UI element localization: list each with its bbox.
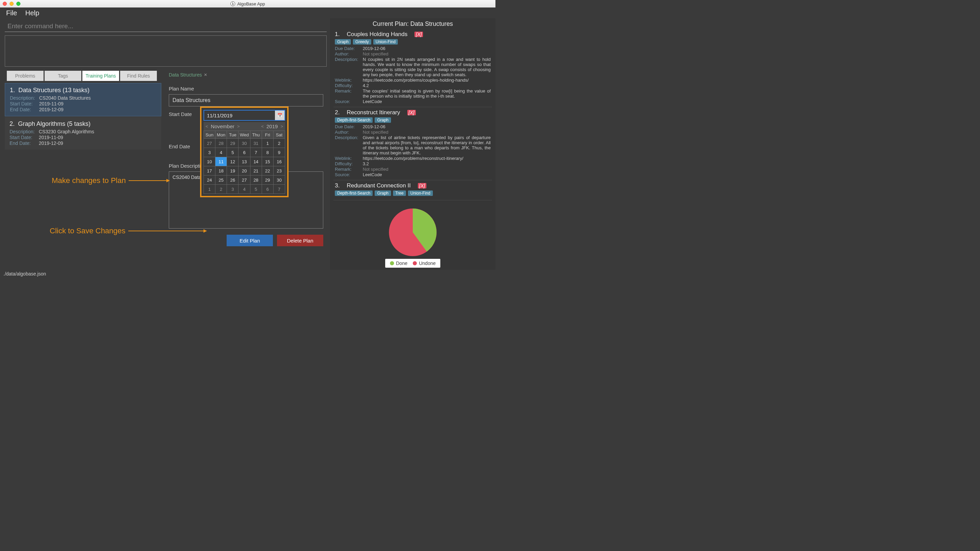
close-window-button[interactable] (3, 2, 7, 6)
close-icon[interactable]: ✕ (204, 73, 207, 77)
problem-item: 1. Couples Holding Hands [X]GraphGreedyU… (334, 29, 492, 107)
plan-list: 1. Data Structures (13 tasks) Descriptio… (5, 83, 161, 150)
calendar-day[interactable]: 20 (239, 166, 250, 175)
calendar-day[interactable]: 28 (250, 176, 262, 184)
plan-title-text: Graph Algorithms (5 tasks) (18, 121, 91, 127)
prev-year-button[interactable]: < (261, 124, 264, 129)
calendar-day[interactable]: 14 (250, 157, 262, 166)
calendar-day[interactable]: 3 (204, 148, 215, 157)
calendar-day[interactable]: 29 (262, 176, 273, 184)
problem-tag: Graph (335, 39, 351, 44)
calendar-day[interactable]: 29 (227, 139, 238, 148)
editor-tab-label: Data Structures (169, 72, 202, 78)
problem-title: Reconstruct Itinerary (347, 109, 400, 116)
calendar-day[interactable]: 19 (227, 166, 238, 175)
calendar-day[interactable]: 16 (274, 157, 285, 166)
datepicker-month: November (211, 124, 234, 129)
menubar: File Help (0, 8, 495, 18)
output-box (5, 35, 327, 67)
calendar-day[interactable]: 5 (250, 185, 262, 194)
calendar-day[interactable]: 27 (204, 139, 215, 148)
tab-tags[interactable]: Tags (45, 71, 81, 81)
tab-training-plans[interactable]: Training Plans (82, 71, 119, 81)
plan-name-input[interactable] (169, 94, 323, 106)
start-date-label: Start Date (169, 111, 200, 117)
dow-header: Wed (239, 131, 250, 138)
progress-chart: Done Undone (334, 208, 492, 268)
calendar-day[interactable]: 6 (262, 185, 273, 194)
calendar-day[interactable]: 4 (239, 185, 250, 194)
calendar-day[interactable]: 5 (227, 148, 238, 157)
calendar-day[interactable]: 12 (227, 157, 238, 166)
calendar-day[interactable]: 30 (239, 139, 250, 148)
dow-header: Tue (227, 131, 238, 138)
problem-status-badge: [X] (407, 110, 416, 115)
calendar-day[interactable]: 31 (250, 139, 262, 148)
next-month-button[interactable]: > (237, 124, 240, 129)
calendar-day[interactable]: 2 (274, 139, 285, 148)
problem-tag: Depth-first-Search (335, 118, 372, 123)
dow-header: Sat (274, 131, 285, 138)
minimize-window-button[interactable] (10, 2, 14, 6)
datepicker-year: 2019 (266, 124, 278, 129)
problem-number: 3. (335, 182, 340, 189)
app-icon: λ (231, 2, 235, 6)
command-input[interactable] (5, 21, 327, 32)
calendar-day[interactable]: 6 (239, 148, 250, 157)
date-input[interactable] (204, 111, 275, 120)
calendar-day[interactable]: 25 (215, 176, 227, 184)
calendar-day[interactable]: 30 (274, 176, 285, 184)
dow-header: Mon (215, 131, 227, 138)
delete-plan-button[interactable]: Delete Plan (277, 235, 323, 246)
plan-index: 2. (10, 121, 14, 127)
prev-month-button[interactable]: < (205, 124, 208, 129)
pie-chart (389, 208, 437, 256)
problem-item: 3. Redundant Connection II [X]Depth-firs… (334, 180, 492, 200)
legend-undone: Undone (419, 260, 436, 266)
calendar-grid: SunMonTueWedThuFriSat2728293031123456789… (204, 130, 285, 194)
menu-help[interactable]: Help (25, 9, 39, 17)
calendar-day[interactable]: 1 (262, 139, 273, 148)
menu-file[interactable]: File (6, 9, 17, 17)
calendar-day[interactable]: 3 (227, 185, 238, 194)
tab-strip: Problems Tags Training Plans Find Rules (5, 71, 161, 81)
calendar-day[interactable]: 10 (204, 157, 215, 166)
window-title-text: AlgoBase App (237, 2, 265, 6)
tab-find-rules[interactable]: Find Rules (120, 71, 157, 81)
status-bar: ./data/algobase.json (0, 270, 495, 279)
plan-item[interactable]: 1. Data Structures (13 tasks) Descriptio… (5, 83, 161, 116)
editor-tab[interactable]: Data Structures ✕ (169, 71, 207, 81)
tab-problems[interactable]: Problems (7, 71, 43, 81)
calendar-day[interactable]: 8 (262, 148, 273, 157)
calendar-day[interactable]: 9 (274, 148, 285, 157)
calendar-day[interactable]: 17 (204, 166, 215, 175)
calendar-day[interactable]: 24 (204, 176, 215, 184)
problem-tag: Union-Find (373, 39, 398, 44)
edit-plan-button[interactable]: Edit Plan (227, 235, 273, 246)
calendar-day[interactable]: 11 (215, 157, 227, 166)
calendar-day[interactable]: 7 (250, 148, 262, 157)
date-picker: 📅 < November > < 2019 > (200, 106, 288, 197)
calendar-day[interactable]: 21 (250, 166, 262, 175)
calendar-day[interactable]: 28 (215, 139, 227, 148)
calendar-icon[interactable]: 📅 (275, 111, 285, 120)
plan-item[interactable]: 2. Graph Algorithms (5 tasks) Descriptio… (5, 117, 161, 150)
calendar-day[interactable]: 23 (274, 166, 285, 175)
calendar-day[interactable]: 27 (239, 176, 250, 184)
problem-title: Couples Holding Hands (347, 31, 408, 38)
calendar-day[interactable]: 26 (227, 176, 238, 184)
calendar-day[interactable]: 2 (215, 185, 227, 194)
legend-done: Done (396, 260, 407, 266)
maximize-window-button[interactable] (16, 2, 21, 6)
calendar-day[interactable]: 15 (262, 157, 273, 166)
window-title: λ AlgoBase App (231, 2, 265, 6)
calendar-day[interactable]: 22 (262, 166, 273, 175)
next-year-button[interactable]: > (280, 124, 283, 129)
calendar-day[interactable]: 1 (204, 185, 215, 194)
calendar-day[interactable]: 13 (239, 157, 250, 166)
calendar-day[interactable]: 7 (274, 185, 285, 194)
problem-tag: Greedy (353, 39, 371, 44)
calendar-day[interactable]: 18 (215, 166, 227, 175)
problem-number: 1. (335, 31, 340, 38)
calendar-day[interactable]: 4 (215, 148, 227, 157)
